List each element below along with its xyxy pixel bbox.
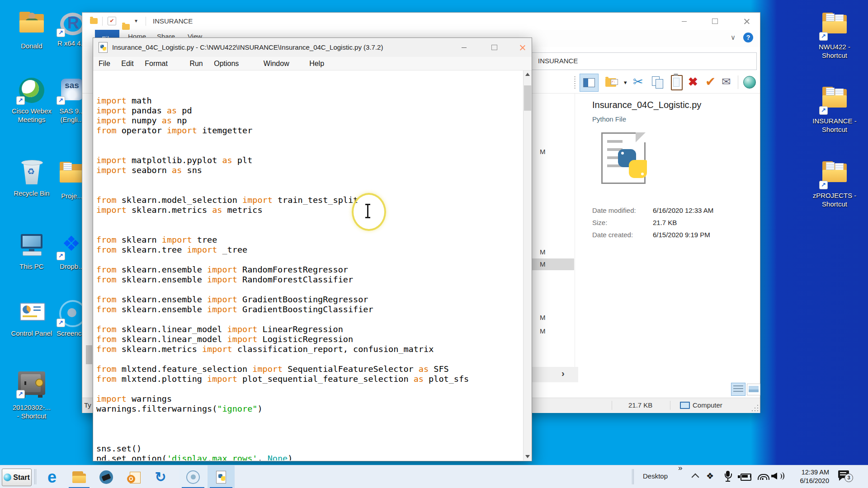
window-title: INSURANCE	[153, 17, 193, 25]
search-text: INSURANCE	[538, 57, 578, 65]
editor-scrollbar[interactable]	[523, 70, 532, 460]
desktop-icon-safe[interactable]: ↗ 20120302-... - Shortcut	[5, 371, 59, 420]
desktop-icon-insurance[interactable]: ↗ INSURANCE - Shortcut	[807, 84, 862, 134]
text-cursor-icon	[367, 205, 368, 217]
list-item-fragment[interactable]: M	[540, 327, 546, 335]
toolbar-overflow-icon[interactable]: »	[678, 464, 682, 473]
taskbar-explorer-icon[interactable]	[66, 465, 93, 488]
nav-scrollbar-thumb[interactable]	[86, 345, 92, 364]
code-text: import mathimport pandas as pdimport num…	[93, 70, 523, 460]
tray-microphone-icon[interactable]	[725, 471, 731, 483]
minimize-button[interactable]	[674, 13, 694, 30]
taskbar-outlook-icon[interactable]: O	[120, 465, 147, 488]
menu-run[interactable]: Run	[185, 57, 207, 70]
minimize-button[interactable]	[453, 38, 474, 57]
menu-file[interactable]: File	[94, 57, 115, 70]
idle-window: Insurance_04C_Logistic.py - C:\NWU422\IN…	[93, 38, 532, 461]
properties-check-icon[interactable]: ✔	[108, 17, 116, 25]
taskbar-camera-app-icon[interactable]	[93, 465, 120, 488]
list-item-fragment[interactable]: M	[540, 314, 546, 321]
clock-date: 6/16/2020	[787, 477, 829, 485]
status-left-fragment: Ty	[84, 401, 91, 409]
status-location: Computer	[693, 401, 722, 409]
control-panel-icon	[17, 299, 46, 326]
scroll-up-arrow[interactable]	[524, 70, 532, 78]
notification-center-icon[interactable]: 3	[838, 470, 849, 479]
delete-icon[interactable]: ✖	[688, 75, 698, 89]
user-folder-icon	[17, 12, 46, 39]
folder-icon[interactable]	[90, 18, 98, 24]
desktop-icon-recycle-bin[interactable]: ♻ Recycle Bin	[5, 159, 59, 197]
desktop: Donald R ↗ R x64 4... ↗ Cisco Webex Meet…	[0, 0, 868, 488]
toolbar-dropdown-icon[interactable]: ▾	[624, 79, 627, 86]
maximize-button[interactable]	[705, 13, 725, 30]
expand-chevron-icon[interactable]: ›	[561, 368, 565, 379]
desktop-toolbar-label[interactable]: Desktop	[643, 472, 668, 480]
clock-time: 12:39 AM	[787, 468, 829, 477]
desktop-icon-zprojects[interactable]: ↗ zPROJECTS - Shortcut	[807, 159, 862, 208]
python-file-icon	[601, 132, 646, 184]
menu-options[interactable]: Options	[209, 57, 243, 70]
preview-pane-toggle[interactable]	[580, 74, 599, 92]
desktop-icon-cisco-webex[interactable]: ↗ Cisco Webex Meetings	[5, 77, 59, 124]
scroll-down-arrow[interactable]	[524, 453, 532, 460]
recycle-bin-icon: ♻	[17, 159, 46, 186]
tray-volume-icon[interactable]	[771, 472, 783, 481]
email-icon[interactable]: ✉	[722, 75, 731, 88]
tray-clock[interactable]: 12:39 AM 6/16/2020	[787, 468, 829, 485]
copy-icon[interactable]	[652, 76, 665, 89]
close-button[interactable]	[736, 13, 757, 30]
taskbar-sync-icon[interactable]: ↻	[147, 465, 174, 488]
selected-row-highlight[interactable]: M	[532, 258, 574, 270]
desktop-icon-nwu422[interactable]: ↗ NWU422 - Shortcut	[807, 10, 862, 60]
shortcut-arrow-icon: ↗	[819, 106, 828, 115]
tray-expand-icon[interactable]	[692, 474, 699, 481]
horizontal-scrollbar[interactable]	[532, 367, 578, 382]
tray-dropbox-icon[interactable]: ❖	[706, 471, 714, 481]
cut-icon[interactable]: ✂	[633, 75, 643, 89]
details-row-label: Date created:	[592, 231, 633, 239]
taskbar-recorder-icon[interactable]	[179, 465, 207, 488]
shell-icon[interactable]	[743, 76, 756, 89]
confirm-icon[interactable]: ✔	[705, 74, 716, 89]
python-logo-icon	[618, 149, 647, 178]
resize-grip[interactable]	[757, 410, 758, 411]
taskbar-idle-python-icon[interactable]	[208, 465, 235, 488]
desktop-icon-control-panel[interactable]: Control Panel	[5, 299, 59, 338]
explorer-titlebar[interactable]: ✔ ▾ INSURANCE	[82, 13, 760, 30]
tray-battery-icon[interactable]	[738, 474, 751, 480]
menu-edit[interactable]: Edit	[117, 57, 138, 70]
qat-dropdown-icon[interactable]: ▾	[135, 18, 137, 24]
maximize-button[interactable]	[484, 38, 505, 57]
desktop-icon-donald[interactable]: Donald	[5, 9, 59, 50]
ribbon-collapse-icon[interactable]: ∨	[731, 33, 736, 42]
pane-icon	[583, 78, 595, 87]
idle-titlebar[interactable]: Insurance_04C_Logistic.py - C:\NWU422\IN…	[93, 38, 532, 57]
list-item-fragment[interactable]: M	[540, 148, 546, 155]
scrollbar-thumb[interactable]	[524, 85, 531, 111]
computer-icon	[680, 402, 690, 409]
icon-label: Donald	[21, 42, 42, 50]
new-item-button[interactable]: ✓-	[603, 75, 618, 89]
code-editor[interactable]: import mathimport pandas as pdimport num…	[93, 70, 523, 460]
start-button[interactable]: Start	[2, 469, 32, 486]
new-folder-icon[interactable]	[122, 24, 130, 30]
notification-badge: 3	[844, 474, 853, 482]
details-row-label: Date modified:	[592, 206, 636, 214]
details-view-button[interactable]	[731, 383, 745, 396]
desktop-icon-this-pc[interactable]: This PC	[5, 232, 59, 271]
menu-help[interactable]: Help	[305, 57, 329, 70]
paste-icon[interactable]	[671, 75, 683, 90]
search-box[interactable]: INSURANCE	[513, 52, 757, 70]
close-button[interactable]	[514, 38, 532, 57]
webex-icon: ↗	[17, 77, 46, 104]
list-item-fragment[interactable]: M	[540, 248, 546, 256]
help-button[interactable]: ?	[743, 33, 753, 42]
thumbnail-view-button[interactable]	[747, 384, 760, 395]
computer-icon	[17, 232, 46, 259]
toolbar-handle[interactable]	[574, 76, 576, 89]
menu-format[interactable]: Format	[140, 57, 172, 70]
menu-window[interactable]: Window	[259, 57, 294, 70]
taskbar-edge-icon[interactable]: e	[38, 465, 66, 488]
tray-wifi-icon[interactable]	[758, 472, 768, 480]
